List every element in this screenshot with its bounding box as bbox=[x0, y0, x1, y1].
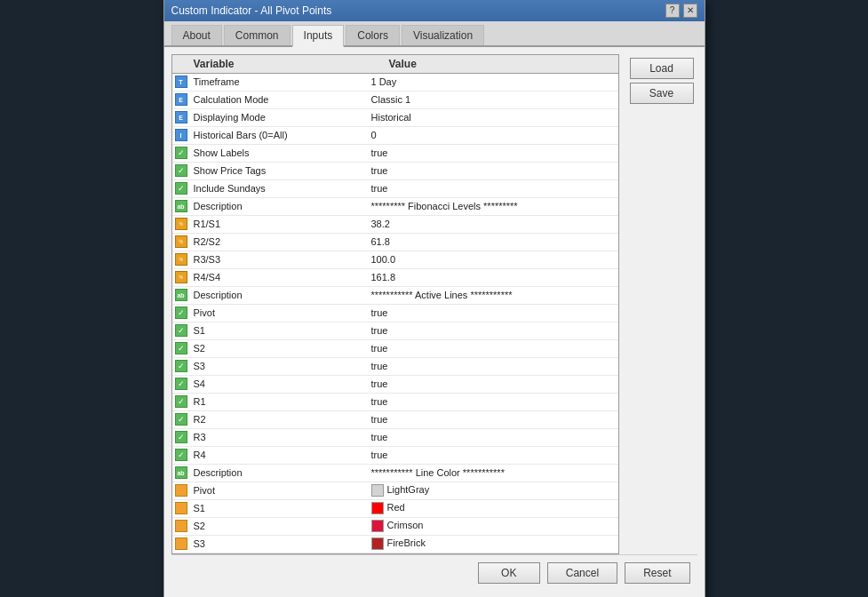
load-button[interactable]: Load bbox=[630, 58, 694, 79]
row-icon: ✓ bbox=[172, 394, 190, 410]
custom-indicator-dialog: Custom Indicator - All Pivot Points ? ✕ … bbox=[163, 0, 705, 597]
col-variable-header: Variable bbox=[194, 58, 389, 70]
row-icon: ✓ bbox=[172, 305, 190, 321]
color-swatch bbox=[371, 520, 384, 532]
dialog-overlay: Custom Indicator - All Pivot Points ? ✕ … bbox=[0, 0, 868, 597]
enum-icon2: E bbox=[175, 111, 187, 123]
row-label: R3/S3 bbox=[190, 252, 368, 267]
row-label: Pivot bbox=[190, 483, 368, 498]
row-label: R3 bbox=[190, 430, 368, 444]
row-value: *********** Active Lines *********** bbox=[368, 288, 618, 302]
row-icon: ab bbox=[172, 198, 190, 214]
table-row[interactable]: ½ R3/S3 100.0 bbox=[172, 251, 618, 269]
tab-inputs[interactable]: Inputs bbox=[292, 25, 345, 47]
row-value: true bbox=[368, 359, 618, 373]
table-row[interactable]: ✓ Show Labels true bbox=[172, 145, 618, 163]
row-label: R4/S4 bbox=[190, 270, 368, 284]
table-row[interactable]: ½ R4/S4 161.8 bbox=[172, 269, 618, 287]
table-row[interactable]: ✓ S4 true bbox=[172, 376, 618, 394]
table-row[interactable]: ½ R1/S1 38.2 bbox=[172, 216, 618, 234]
table-row[interactable]: ✓ R2 true bbox=[172, 411, 618, 429]
table-row[interactable]: E Calculation Mode Classic 1 bbox=[172, 92, 618, 109]
color-swatch bbox=[371, 537, 384, 550]
table-row[interactable]: ½ R2/S2 61.8 bbox=[172, 234, 618, 251]
dialog-titlebar: Custom Indicator - All Pivot Points ? ✕ bbox=[164, 0, 705, 21]
row-value: true bbox=[368, 412, 618, 426]
row-icon: T bbox=[172, 74, 190, 90]
table-header: Variable Value bbox=[172, 55, 618, 74]
fraction-icon: ½ bbox=[175, 218, 187, 230]
bool-icon: ✓ bbox=[175, 378, 187, 390]
tab-visualization[interactable]: Visualization bbox=[402, 25, 484, 45]
row-icon bbox=[172, 518, 190, 534]
ab-icon: ab bbox=[175, 289, 187, 301]
table-row[interactable]: ✓ Include Sundays true bbox=[172, 180, 618, 198]
table-row[interactable]: S2 Crimson bbox=[172, 518, 618, 536]
timeframe-icon: T bbox=[175, 76, 187, 88]
row-icon: ✓ bbox=[172, 429, 190, 445]
row-label: Calculation Mode bbox=[190, 92, 368, 107]
tab-about[interactable]: About bbox=[171, 25, 222, 45]
row-icon bbox=[172, 500, 190, 516]
tab-colors[interactable]: Colors bbox=[346, 25, 400, 45]
row-icon bbox=[172, 536, 190, 552]
row-value: Red bbox=[368, 500, 618, 516]
table-body[interactable]: T Timeframe 1 Day E Calculation Mode Cla… bbox=[172, 74, 618, 553]
reset-button[interactable]: Reset bbox=[625, 562, 689, 584]
table-row[interactable]: ✓ S3 true bbox=[172, 358, 618, 376]
row-value: 38.2 bbox=[368, 217, 618, 231]
bool-icon: ✓ bbox=[175, 164, 187, 177]
enum-icon: E bbox=[175, 93, 187, 106]
table-row[interactable]: ✓ Show Price Tags true bbox=[172, 163, 618, 180]
table-row[interactable]: ab Description *********** Line Color **… bbox=[172, 465, 618, 482]
table-row[interactable]: ab Description *********** Active Lines … bbox=[172, 287, 618, 305]
row-value: true bbox=[368, 163, 618, 178]
table-row[interactable]: T Timeframe 1 Day bbox=[172, 74, 618, 92]
row-icon: I bbox=[172, 127, 190, 143]
table-row[interactable]: ✓ R4 true bbox=[172, 447, 618, 465]
row-label: S2 bbox=[190, 341, 368, 355]
row-icon: ✓ bbox=[172, 376, 190, 392]
color-swatch bbox=[371, 502, 384, 514]
table-row[interactable]: S3 FireBrick bbox=[172, 536, 618, 553]
close-button[interactable]: ✕ bbox=[683, 4, 697, 18]
row-label: Description bbox=[190, 199, 368, 213]
table-row[interactable]: ✓ S2 true bbox=[172, 340, 618, 358]
row-label: R1 bbox=[190, 394, 368, 409]
cancel-button[interactable]: Cancel bbox=[547, 562, 617, 584]
bool-icon: ✓ bbox=[175, 306, 187, 319]
table-row[interactable]: Pivot LightGray bbox=[172, 482, 618, 500]
bool-icon: ✓ bbox=[175, 395, 187, 408]
bool-icon: ✓ bbox=[175, 431, 187, 443]
table-row[interactable]: I Historical Bars (0=All) 0 bbox=[172, 127, 618, 145]
row-label: S4 bbox=[190, 377, 368, 391]
row-value: 0 bbox=[368, 128, 618, 142]
row-value: *********** Line Color *********** bbox=[368, 466, 618, 480]
table-row[interactable]: ✓ Pivot true bbox=[172, 305, 618, 322]
help-button[interactable]: ? bbox=[665, 4, 680, 18]
ok-button[interactable]: OK bbox=[478, 562, 540, 584]
row-value: FireBrick bbox=[368, 536, 618, 552]
bool-icon: ✓ bbox=[175, 360, 187, 372]
table-row[interactable]: ✓ R1 true bbox=[172, 394, 618, 411]
bool-icon: ✓ bbox=[175, 342, 187, 354]
row-icon: ½ bbox=[172, 251, 190, 267]
save-button[interactable]: Save bbox=[630, 83, 694, 104]
row-icon: ½ bbox=[172, 269, 190, 285]
row-label: S2 bbox=[190, 519, 368, 533]
row-value: true bbox=[368, 394, 618, 409]
table-row[interactable]: ✓ S1 true bbox=[172, 322, 618, 340]
col-value-header: Value bbox=[389, 58, 615, 70]
row-label: Pivot bbox=[190, 306, 368, 320]
row-label: Historical Bars (0=All) bbox=[190, 128, 368, 142]
row-icon: ✓ bbox=[172, 411, 190, 427]
row-value: 161.8 bbox=[368, 270, 618, 284]
table-row[interactable]: E Displaying Mode Historical bbox=[172, 109, 618, 127]
footer-right: OK Cancel Reset bbox=[478, 562, 690, 584]
table-row[interactable]: S1 Red bbox=[172, 500, 618, 518]
table-row[interactable]: ab Description ********* Fibonacci Level… bbox=[172, 198, 618, 216]
row-label: Show Labels bbox=[190, 146, 368, 160]
table-row[interactable]: ✓ R3 true bbox=[172, 429, 618, 447]
row-icon: ✓ bbox=[172, 340, 190, 356]
tab-common[interactable]: Common bbox=[224, 25, 291, 45]
